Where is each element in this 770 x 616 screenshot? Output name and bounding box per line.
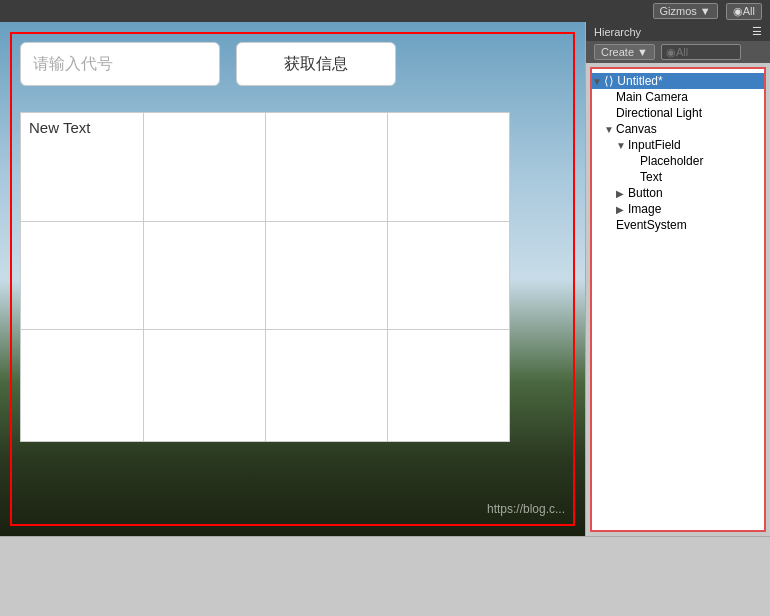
v-line-1	[143, 113, 144, 441]
grid-lines	[21, 113, 509, 441]
watermark: https://blog.c...	[487, 502, 565, 516]
tree-arrow: ▶	[616, 188, 628, 199]
tree-arrow: ▼	[592, 76, 604, 87]
tree-arrow: ▼	[616, 140, 628, 151]
tree-item[interactable]: ▼InputField	[592, 137, 764, 153]
ui-controls: 请输入代号 获取信息	[20, 42, 396, 86]
get-info-button[interactable]: 获取信息	[236, 42, 396, 86]
tree-item-label: EventSystem	[616, 218, 687, 232]
v-line-2	[265, 113, 266, 441]
tree-item[interactable]: ▶Image	[592, 201, 764, 217]
hierarchy-search[interactable]	[661, 44, 741, 60]
hierarchy-panel: Hierarchy ☰ Create ▼ ▼⟨⟩ Untitled*Main C…	[585, 22, 770, 536]
tree-item-label: InputField	[628, 138, 681, 152]
main-area: 请输入代号 获取信息 New Text https://blog.c... Hi…	[0, 22, 770, 536]
all-button[interactable]: ◉All	[726, 3, 762, 20]
hierarchy-header: Hierarchy ☰	[586, 22, 770, 41]
tree-item-label: ⟨⟩ Untitled*	[604, 74, 663, 88]
tree-item[interactable]: Text	[592, 169, 764, 185]
tree-item[interactable]: Directional Light	[592, 105, 764, 121]
get-info-label: 获取信息	[284, 54, 348, 75]
top-toolbar: Gizmos ▼ ◉All	[0, 0, 770, 22]
hierarchy-menu-icon[interactable]: ☰	[752, 25, 762, 38]
tree-item-label: Text	[640, 170, 662, 184]
create-button[interactable]: Create ▼	[594, 44, 655, 60]
grid-panel: New Text	[20, 112, 510, 442]
tree-item-label: Placeholder	[640, 154, 703, 168]
tree-item[interactable]: Main Camera	[592, 89, 764, 105]
tree-item[interactable]: ▶Button	[592, 185, 764, 201]
v-line-3	[387, 113, 388, 441]
hierarchy-tree[interactable]: ▼⟨⟩ Untitled*Main CameraDirectional Ligh…	[590, 67, 766, 532]
hierarchy-toolbar: Create ▼	[586, 41, 770, 63]
tree-item-label: Canvas	[616, 122, 657, 136]
bottom-bar	[0, 536, 770, 616]
tree-item[interactable]: EventSystem	[592, 217, 764, 233]
scene-view: 请输入代号 获取信息 New Text https://blog.c...	[0, 22, 585, 536]
input-field[interactable]: 请输入代号	[20, 42, 220, 86]
hierarchy-title: Hierarchy	[594, 26, 641, 38]
tree-item[interactable]: ▼Canvas	[592, 121, 764, 137]
tree-arrow: ▼	[604, 124, 616, 135]
gizmos-button[interactable]: Gizmos ▼	[653, 3, 718, 19]
tree-item[interactable]: ▼⟨⟩ Untitled*	[592, 73, 764, 89]
tree-item-label: Image	[628, 202, 661, 216]
tree-item[interactable]: Placeholder	[592, 153, 764, 169]
tree-item-label: Main Camera	[616, 90, 688, 104]
tree-arrow: ▶	[616, 204, 628, 215]
tree-item-label: Button	[628, 186, 663, 200]
input-placeholder: 请输入代号	[33, 54, 113, 75]
tree-item-label: Directional Light	[616, 106, 702, 120]
